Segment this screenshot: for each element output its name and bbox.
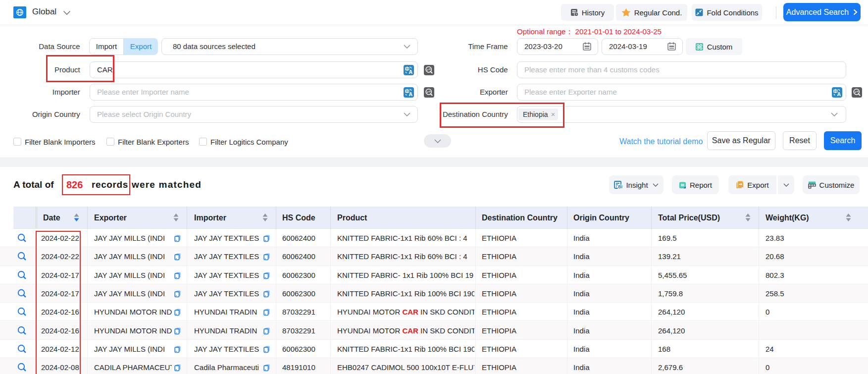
svg-text:A: A [409, 91, 413, 97]
svg-text:A: A [409, 69, 413, 75]
svg-text:BI: BI [618, 184, 623, 189]
svg-text:A: A [837, 91, 841, 97]
